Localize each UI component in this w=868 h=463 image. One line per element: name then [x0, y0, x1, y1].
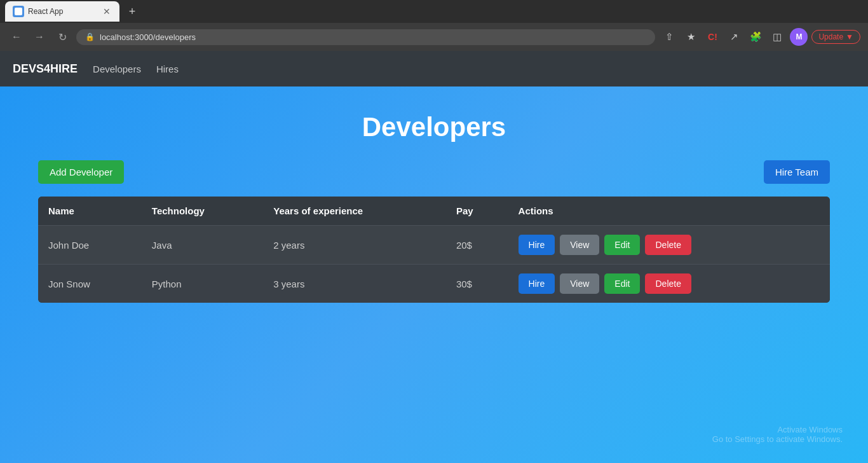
dev-name: Jon Snow — [38, 265, 142, 303]
sidebar-icon[interactable]: ◫ — [768, 28, 786, 46]
dev-technology: Java — [142, 226, 263, 265]
hire-button-1[interactable]: Hire — [519, 273, 555, 294]
add-developer-button[interactable]: Add Developer — [38, 160, 124, 184]
dev-pay: 20$ — [446, 226, 508, 265]
table-header: Name Technology Years of experience Pay … — [38, 197, 830, 226]
delete-button-1[interactable]: Delete — [645, 273, 691, 294]
hire-button-0[interactable]: Hire — [519, 235, 555, 255]
dev-actions: Hire View Edit Delete — [508, 226, 830, 265]
action-bar: Add Developer Hire Team — [38, 160, 830, 184]
back-button[interactable]: ← — [8, 28, 25, 46]
nav-link-hires[interactable]: Hires — [156, 64, 179, 74]
reload-button[interactable]: ↻ — [53, 28, 71, 46]
tab-title: React App — [28, 7, 98, 16]
address-bar[interactable]: 🔒 localhost:3000/developers — [76, 29, 655, 45]
dev-name: John Doe — [38, 226, 142, 265]
app-navbar: DEVS4HIRE Developers Hires — [0, 51, 868, 86]
hire-team-button[interactable]: Hire Team — [764, 160, 830, 184]
update-button[interactable]: Update ▼ — [811, 30, 860, 44]
active-tab[interactable]: React App ✕ — [5, 1, 119, 22]
view-button-1[interactable]: View — [560, 273, 599, 294]
page-title: Developers — [38, 112, 830, 142]
lock-icon: 🔒 — [85, 32, 95, 41]
url-display: localhost:3000/developers — [100, 32, 196, 42]
tab-close-button[interactable]: ✕ — [102, 6, 112, 17]
col-header-experience: Years of experience — [263, 197, 446, 226]
extensions-icon[interactable]: 🧩 — [747, 28, 764, 46]
app-brand: DEVS4HIRE — [13, 62, 78, 76]
profile-avatar[interactable]: M — [790, 28, 808, 46]
toolbar-icons: ⇧ ★ C! ↗ 🧩 ◫ M Update ▼ — [660, 28, 860, 46]
dev-experience: 2 years — [263, 226, 446, 265]
bookmark-icon[interactable]: ★ — [682, 28, 700, 46]
browser-chrome: React App ✕ + ← → ↻ 🔒 localhost:3000/dev… — [0, 0, 868, 51]
main-content: Developers Add Developer Hire Team Name … — [0, 86, 868, 463]
delete-button-0[interactable]: Delete — [645, 235, 691, 255]
developers-table: Name Technology Years of experience Pay … — [38, 197, 830, 303]
col-header-name: Name — [38, 197, 142, 226]
col-header-technology: Technology — [142, 197, 263, 226]
view-button-0[interactable]: View — [560, 235, 599, 255]
dev-experience: 3 years — [263, 265, 446, 303]
table-body: John Doe Java 2 years 20$ Hire View Edit… — [38, 226, 830, 303]
nav-link-developers[interactable]: Developers — [93, 64, 141, 74]
col-header-pay: Pay — [446, 197, 508, 226]
external-link-icon[interactable]: ↗ — [725, 28, 743, 46]
tab-favicon — [13, 6, 24, 17]
dev-actions: Hire View Edit Delete — [508, 265, 830, 303]
edit-button-0[interactable]: Edit — [604, 235, 640, 255]
browser-titlebar: React App ✕ + — [0, 0, 868, 23]
share-icon[interactable]: ⇧ — [660, 28, 678, 46]
dev-pay: 30$ — [446, 265, 508, 303]
forward-button[interactable]: → — [31, 28, 48, 46]
dev-technology: Python — [142, 265, 263, 303]
edit-button-1[interactable]: Edit — [604, 273, 640, 294]
chevron-down-icon: ▼ — [846, 32, 853, 41]
browser-toolbar: ← → ↻ 🔒 localhost:3000/developers ⇧ ★ C!… — [0, 23, 868, 51]
new-tab-button[interactable]: + — [123, 3, 141, 20]
crimson-extension-icon[interactable]: C! — [703, 28, 721, 46]
table-row: John Doe Java 2 years 20$ Hire View Edit… — [38, 226, 830, 265]
col-header-actions: Actions — [508, 197, 830, 226]
table-row: Jon Snow Python 3 years 30$ Hire View Ed… — [38, 265, 830, 303]
